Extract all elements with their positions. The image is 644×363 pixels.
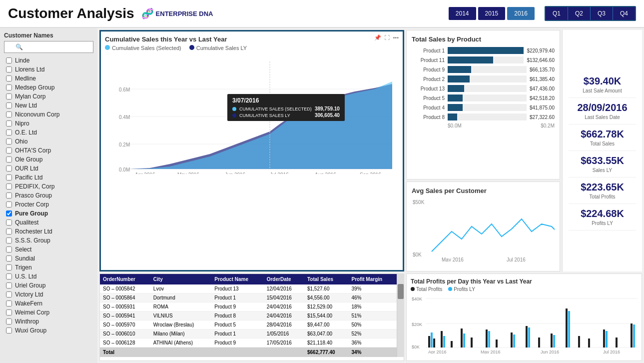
table-footer-cell	[264, 348, 304, 358]
sidebar-item[interactable]: Procter Corp	[4, 200, 93, 209]
pin-icon[interactable]: 📌	[374, 34, 381, 41]
svg-text:Jul 2016: Jul 2016	[270, 172, 289, 174]
product-bar-fill	[448, 47, 524, 54]
sidebar-item[interactable]: Weimei Corp	[4, 308, 93, 317]
sidebar-item[interactable]: PEDIFIX, Corp	[4, 182, 93, 191]
sidebar-item[interactable]: Pure Group	[4, 209, 93, 218]
more-icon[interactable]: •••	[393, 34, 399, 41]
sidebar-item[interactable]: Nipro	[4, 119, 93, 128]
svg-text:Jun 2016: Jun 2016	[541, 350, 559, 354]
svg-rect-30	[461, 328, 463, 348]
product-bar-row: Product 4$41,875.00	[412, 104, 555, 111]
svg-rect-52	[443, 336, 445, 348]
table-cell: Product 9	[211, 338, 263, 348]
svg-rect-51	[431, 332, 433, 348]
table-cell: 24/04/2016	[264, 302, 304, 312]
sidebar-item[interactable]: Winthrop	[4, 317, 93, 326]
product-bar-label: Product 4	[412, 105, 448, 110]
sidebar-items-list: LindeLlorens LtdMedlineMedsep GroupMylan…	[4, 56, 93, 335]
sidebar-item[interactable]: Medsep Group	[4, 83, 93, 92]
search-input[interactable]	[4, 41, 93, 53]
svg-rect-33	[496, 340, 498, 348]
table-cell: $4,556.00	[304, 294, 349, 302]
quarter-q3-button[interactable]: Q3	[591, 7, 613, 20]
table-cell: SO – 0005842	[100, 284, 150, 294]
kpi-label: Total Profits	[569, 194, 636, 200]
year-2014-button[interactable]: 2014	[449, 7, 476, 20]
table-cell: Product 1	[211, 330, 263, 338]
sidebar-item[interactable]: Mylan Corp	[4, 92, 93, 101]
table-scrollbar[interactable]	[397, 274, 404, 357]
sidebar: Customer Names LindeLlorens LtdMedlineMe…	[0, 28, 97, 363]
kpi-label: Profits LY	[569, 220, 636, 226]
sidebar-item[interactable]: WakeFern	[4, 299, 93, 308]
table-header-cell: City	[150, 274, 211, 284]
product-bar-fill	[448, 85, 464, 92]
year-2016-button[interactable]: 2016	[507, 7, 535, 20]
sidebar-item[interactable]: Sundial	[4, 254, 93, 263]
table-cell: 17/05/2016	[264, 338, 304, 348]
table-row: SO – 0005970Wroclaw (Breslau)Product 528…	[100, 320, 397, 330]
table-cell: Product 8	[211, 312, 263, 320]
sidebar-item[interactable]: U.S. Ltd	[4, 272, 93, 281]
product-bar-label: Product 8	[412, 114, 448, 120]
table-cell: SO – 0006128	[100, 338, 150, 348]
table-cell: Product 1	[211, 294, 263, 302]
sidebar-item[interactable]: Llorens Ltd	[4, 65, 93, 74]
logo-dna-icon: 🧬	[141, 8, 154, 20]
table-cell: ATHINAI (Athens)	[150, 338, 211, 348]
sidebar-item[interactable]: Linde	[4, 56, 93, 65]
sidebar-item[interactable]: Prasco Group	[4, 191, 93, 200]
table-footer-cell: 34%	[348, 348, 397, 358]
sidebar-item[interactable]: Qualitest	[4, 218, 93, 227]
table-cell: $9,447.00	[304, 320, 349, 330]
year-2015-button[interactable]: 2015	[478, 7, 506, 20]
expand-icon[interactable]: ⛶	[384, 34, 390, 41]
sidebar-item[interactable]: Rochester Ltd	[4, 227, 93, 236]
sidebar-item[interactable]: OUR Ltd	[4, 164, 93, 173]
total-sales-product-panel: Total Sales by Product Product 1$220,979…	[406, 30, 560, 180]
table-cell: 51%	[348, 312, 397, 320]
table-row: SO – 0006010Milano (Milan)Product 11/05/…	[100, 330, 397, 338]
profits-chart-panel: Total Profits per Day this Year vs Last …	[406, 274, 642, 361]
kpi-item: $224.68KProfits LY	[569, 204, 636, 230]
sidebar-item[interactable]: Victory Ltd	[4, 290, 93, 299]
table-cell: Dortmund	[150, 294, 211, 302]
table-header-cell: Profit Margin	[348, 274, 397, 284]
product-bar-fill	[448, 66, 471, 73]
right-column: Total Sales by Product Product 1$220,979…	[406, 30, 560, 272]
svg-rect-41	[603, 330, 605, 348]
svg-rect-32	[486, 330, 488, 348]
kpi-label: Total Sales	[569, 141, 636, 146]
sidebar-item[interactable]: Uriel Group	[4, 281, 93, 290]
sidebar-item[interactable]: New Ltd	[4, 101, 93, 110]
table-header-cell: Total Sales	[304, 274, 349, 284]
sidebar-item[interactable]: S.S.S. Group	[4, 236, 93, 245]
sidebar-item[interactable]: Ole Group	[4, 155, 93, 164]
sidebar-item[interactable]: OHTA'S Corp	[4, 146, 93, 155]
svg-text:Aug 2016: Aug 2016	[315, 172, 336, 174]
svg-text:0.0M: 0.0M	[119, 167, 130, 172]
table-row: SO – 0005864DortmundProduct 115/04/2016$…	[100, 294, 397, 302]
quarter-q2-button[interactable]: Q2	[568, 7, 591, 20]
quarter-q1-button[interactable]: Q1	[546, 7, 568, 20]
svg-rect-37	[551, 334, 553, 348]
sidebar-item[interactable]: Trigen	[4, 263, 93, 272]
sidebar-item[interactable]: Wuxi Group	[4, 326, 93, 335]
sidebar-item[interactable]: Select	[4, 245, 93, 254]
table-cell: ROMA	[150, 302, 211, 312]
svg-rect-58	[568, 311, 570, 348]
sidebar-item[interactable]: Ohio	[4, 137, 93, 146]
svg-text:Apr 2016: Apr 2016	[428, 350, 447, 354]
quarter-q4-button[interactable]: Q4	[613, 7, 635, 20]
svg-text:$40K: $40K	[412, 296, 422, 302]
sidebar-item[interactable]: Pacific Ltd	[4, 173, 93, 182]
table-body: SO – 0005842LvovProduct 1312/04/2016$1,5…	[100, 284, 397, 348]
sidebar-item[interactable]: O.E. Ltd	[4, 128, 93, 137]
table-cell: 24/04/2016	[264, 312, 304, 320]
kpi-item: $662.78KTotal Sales	[569, 124, 636, 151]
sidebar-item[interactable]: Medline	[4, 74, 93, 83]
table-footer-cell	[211, 348, 263, 358]
table-footer-cell: $662,777.40	[304, 348, 349, 358]
sidebar-item[interactable]: Niconovum Corp	[4, 110, 93, 119]
